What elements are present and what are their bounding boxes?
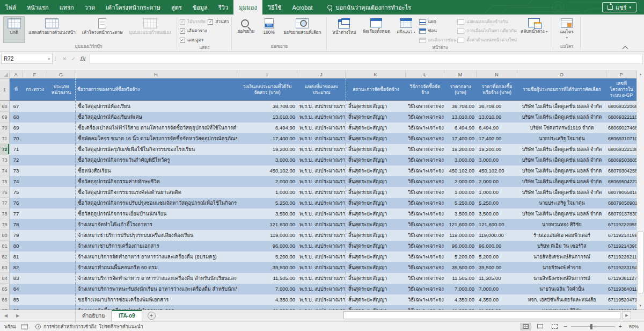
sheet-nav-left-icon[interactable]: ◀ bbox=[0, 310, 12, 321]
grid-cell[interactable]: 1,000.00 bbox=[237, 187, 297, 198]
zoom-slider-thumb[interactable] bbox=[590, 324, 592, 329]
grid-cell[interactable]: จ้างเหมาเช่าบริการเครื่องถ่ายเอกสาร bbox=[75, 241, 237, 251]
grid-cell[interactable]: วิธีเฉพาะเจาะจง bbox=[406, 133, 444, 144]
vertical-scrollbar[interactable]: ▲ ▼ bbox=[636, 70, 644, 310]
collapse-ribbon-button[interactable] bbox=[621, 45, 629, 50]
grid-cell[interactable]: พ.ร.บ. งบประมาณรายจ่าย bbox=[297, 123, 346, 133]
grid-cell[interactable]: นายธีรพงษ์ คำจาย bbox=[517, 262, 606, 273]
grid-cell[interactable]: 68079065818 bbox=[606, 187, 636, 198]
grid-cell[interactable]: 68079304258 bbox=[606, 166, 636, 176]
grid-cell[interactable]: นายประเสริฐ ใจมาดุ่น bbox=[517, 198, 606, 208]
header-cell[interactable]: กระทรวง bbox=[23, 78, 47, 100]
grid-cell[interactable]: 121,600.00 bbox=[477, 219, 517, 230]
row-header[interactable]: 82 bbox=[0, 251, 10, 262]
grid-cell[interactable]: พ.ร.บ. งบประมาณรายจ่าย bbox=[297, 251, 346, 262]
tab-formulas[interactable]: สูตร bbox=[166, 0, 187, 15]
grid-cell[interactable]: วิธีเฉพาะเจาะจง bbox=[406, 166, 444, 176]
tab-home[interactable]: หน้าแรก bbox=[21, 0, 54, 15]
grid-cell[interactable]: บริษัท โชคทวีทรัพย์1919 จำกัด bbox=[517, 123, 606, 133]
grid-cell[interactable]: สิ้นสุดระยะสัญญา bbox=[346, 176, 406, 187]
grid-cell[interactable]: สิ้นสุดระยะสัญญา bbox=[346, 144, 406, 155]
grid-cell[interactable]: วิธีเฉพาะเจาะจง bbox=[406, 262, 444, 273]
grid-cell[interactable]: ซื้อวัสดุอุปกรณ์ครุภัณฑ์เพื่อใช้ในกิจกรร… bbox=[75, 144, 237, 155]
grid-cell[interactable]: 39,500.00 bbox=[444, 262, 477, 273]
grid-cell[interactable]: บริษัท โมเดิร์น เอ็ดดูเคชั่น มอลล์ จำกัด bbox=[517, 144, 606, 155]
grid-cell[interactable]: 68069310710 bbox=[606, 133, 636, 144]
grid-cell[interactable] bbox=[23, 230, 47, 241]
grid-cell[interactable]: วิธีเฉพาะเจาะจง bbox=[406, 208, 444, 219]
column-header-O[interactable]: O bbox=[517, 71, 606, 78]
grid-cell[interactable]: สิ้นสุดระยะสัญญา bbox=[346, 305, 406, 310]
grid-cell[interactable]: 69 bbox=[10, 123, 23, 133]
grid-cell[interactable]: 2,000.00 bbox=[237, 176, 297, 187]
grid-cell[interactable]: พ.ร.บ. งบประมาณรายจ่าย bbox=[297, 133, 346, 144]
grid-cell[interactable] bbox=[47, 251, 75, 262]
grid-cell[interactable]: วิธีเฉพาะเจาะจง bbox=[406, 251, 444, 262]
grid-cell[interactable]: สิ้นสุดระยะสัญญา bbox=[346, 155, 406, 166]
row-header[interactable]: 81 bbox=[0, 241, 10, 251]
grid-cell[interactable]: 39,500.00 bbox=[237, 262, 297, 273]
grid-cell[interactable]: ซื้อวัสดุอุปกรณ์กิจกรรมค่ายทักษะชีวิต bbox=[75, 176, 237, 187]
share-button[interactable]: แชร์ ▾ bbox=[602, 2, 636, 12]
grid-cell[interactable]: พ.ร.บ. งบประมาณรายจ่าย bbox=[297, 230, 346, 241]
column-header-F[interactable]: F bbox=[23, 71, 47, 78]
grid-cell[interactable]: 2,000.00 bbox=[477, 176, 517, 187]
row-header[interactable]: 87 bbox=[0, 305, 10, 310]
tab-view[interactable]: มุมมอง bbox=[233, 0, 262, 15]
grid-cell[interactable]: สิ้นสุดระยะสัญญา bbox=[346, 133, 406, 144]
column-header-K[interactable]: K bbox=[346, 71, 406, 78]
grid-cell[interactable]: จ้างเหมาจัดทำโต๊ะเก้าอี้โรงอาหาร bbox=[75, 219, 237, 230]
grid-cell[interactable]: ซื้อหนังสือเรียน bbox=[75, 166, 237, 176]
grid-cell[interactable]: 450,102.00 bbox=[477, 166, 517, 176]
grid-cell[interactable] bbox=[23, 112, 47, 123]
sheet-tab-ita-o9[interactable]: ITA-o9 bbox=[112, 310, 142, 321]
grid-cell[interactable]: วิธีเฉพาะเจาะจง bbox=[406, 273, 444, 284]
grid-cell[interactable]: 121,600.00 bbox=[444, 219, 477, 230]
insert-function-icon[interactable]: fx bbox=[80, 55, 85, 62]
grid-cell[interactable]: 11,505.00 bbox=[237, 273, 297, 284]
grid-cell[interactable]: บริษัท โมเดิร์น เอ็ดดูเคชั่น มอลล์ จำกัด bbox=[517, 166, 606, 176]
tab-data[interactable]: ข้อมูล bbox=[187, 0, 213, 15]
grid-cell[interactable]: พ.ร.บ. งบประมาณรายจ่าย bbox=[297, 101, 346, 112]
grid-cell[interactable]: ซื้อเครื่องเป่าลมไฟฟ้าไร้สาย ตามโครงการจ… bbox=[75, 123, 237, 133]
grid-cell[interactable]: 7,000.00 bbox=[477, 284, 517, 294]
grid-cell[interactable] bbox=[47, 273, 75, 284]
tab-page-layout[interactable]: เค้าโครงหน้ากระดาษ bbox=[100, 0, 166, 15]
column-header-L[interactable]: L bbox=[406, 71, 444, 78]
grid-cell[interactable]: 68069504227 bbox=[606, 176, 636, 187]
grid-cell[interactable]: บริษัท โมเดิร์น เอ็ดดูเคชั่น มอลล์ จำกัด bbox=[517, 155, 606, 166]
tab-help[interactable]: วิธีใช้ bbox=[262, 0, 287, 15]
grid-cell[interactable]: บริษัท โมเดิร์น เอ็ดดูเคชั่น มอลล์ จำกัด bbox=[517, 176, 606, 187]
grid-cell[interactable]: 76 bbox=[10, 198, 23, 208]
page-layout-view-button[interactable]: เค้าโครงหน้ากระดาษ bbox=[79, 16, 126, 43]
grid-cell[interactable]: 67119226211 bbox=[606, 251, 636, 262]
grid-cell[interactable]: 73 bbox=[10, 166, 23, 176]
grid-cell[interactable] bbox=[47, 284, 75, 294]
row-header[interactable]: 77 bbox=[0, 198, 10, 208]
grid-cell[interactable]: วิธีเฉพาะเจาะจง bbox=[406, 198, 444, 208]
row-header[interactable]: 80 bbox=[0, 230, 10, 241]
grid-cell[interactable]: 67119214199 bbox=[606, 230, 636, 241]
grid-cell[interactable]: วิธีเฉพาะเจาะจง bbox=[406, 305, 444, 310]
grid-cell[interactable]: 450,102.00 bbox=[237, 166, 297, 176]
scroll-down-icon[interactable]: ▼ bbox=[637, 302, 644, 310]
grid-cell[interactable]: 79 bbox=[10, 230, 23, 241]
grid-cell[interactable]: 13,010.00 bbox=[444, 112, 477, 123]
column-header-I[interactable]: I bbox=[237, 71, 297, 78]
grid-cell[interactable]: 19,200.00 bbox=[237, 144, 297, 155]
grid-cell[interactable]: 121,600.00 bbox=[237, 219, 297, 230]
row-header[interactable]: 84 bbox=[0, 273, 10, 284]
grid-cell[interactable]: 119,000.00 bbox=[477, 230, 517, 241]
grid-cell[interactable]: สิ้นสุดระยะสัญญา bbox=[346, 112, 406, 123]
grid-cell[interactable]: 11,000.00 bbox=[477, 305, 517, 310]
grid-cell[interactable] bbox=[23, 166, 47, 176]
sheet-tab-kamathibai[interactable]: คำอธิบาย bbox=[75, 310, 112, 321]
grid-cell[interactable]: วิธีเฉพาะเจาะจง bbox=[406, 219, 444, 230]
accessibility-status[interactable]: การช่วยสำหรับการเข้าถึง: โปรดศึกษาคำแนะน… bbox=[35, 323, 143, 330]
grid-cell[interactable]: บริษัท ดีเอ็ม วัน เซอร์วิส bbox=[517, 241, 606, 251]
cancel-icon[interactable]: ✕ bbox=[62, 56, 67, 62]
grid-cell[interactable]: สิ้นสุดระยะสัญญา bbox=[346, 230, 406, 241]
grid-cell[interactable]: 84 bbox=[10, 284, 23, 294]
grid-cell[interactable]: ซื้อวัสดุอุปกรณ์กิจกรรมเยี่ยมบ้านนักเรีย… bbox=[75, 208, 237, 219]
zoom-to-selection-button[interactable]: ย่อ/ขยายส่วนที่เลือก bbox=[281, 16, 324, 43]
